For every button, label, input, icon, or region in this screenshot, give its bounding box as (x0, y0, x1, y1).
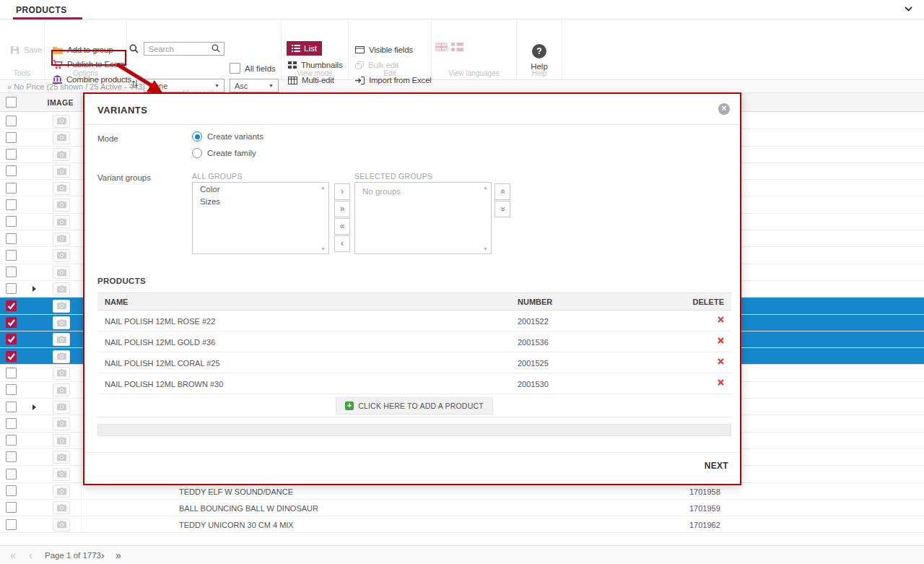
image-placeholder-icon[interactable] (53, 300, 70, 313)
radio-create-family[interactable]: Create family (192, 148, 256, 158)
prev-page-button[interactable]: ‹ (29, 550, 32, 561)
select-all-checkbox[interactable] (6, 97, 17, 108)
row-checkbox[interactable] (6, 384, 17, 395)
all-fields-checkbox[interactable] (230, 63, 240, 74)
table-row[interactable]: TEDDY UNICORN 30 CM 4 MIX1701962 (0, 516, 924, 533)
delete-product-icon[interactable] (718, 358, 724, 365)
row-checkbox[interactable] (6, 351, 17, 362)
visible-fields-icon (355, 46, 365, 53)
delete-product-icon[interactable] (718, 337, 724, 344)
delete-product-icon[interactable] (718, 316, 724, 323)
image-placeholder-icon[interactable] (53, 182, 70, 195)
image-placeholder-icon[interactable] (53, 519, 70, 532)
row-checkbox[interactable] (6, 368, 17, 378)
delete-product-icon[interactable] (718, 379, 724, 386)
row-checkbox[interactable] (6, 132, 17, 143)
image-placeholder-icon[interactable] (53, 115, 70, 128)
image-placeholder-icon[interactable] (53, 485, 70, 498)
radio-create-variants[interactable]: Create variants (192, 131, 263, 142)
image-placeholder-icon[interactable] (53, 367, 70, 380)
selected-groups-listbox[interactable]: No groups ▲ ▼ (354, 182, 492, 254)
image-placeholder-icon[interactable] (53, 316, 70, 329)
expand-arrow-icon[interactable] (32, 286, 36, 292)
move-right-button[interactable]: › (334, 183, 350, 200)
move-all-left-button[interactable]: « (334, 218, 350, 235)
row-checkbox[interactable] (6, 250, 17, 261)
row-checkbox[interactable] (6, 183, 17, 194)
image-placeholder-icon[interactable] (53, 434, 70, 447)
image-placeholder-icon[interactable] (53, 233, 70, 246)
row-checkbox[interactable] (6, 485, 17, 496)
listbox-item[interactable]: Sizes (193, 195, 328, 207)
danish-flag-icon[interactable] (451, 43, 463, 51)
image-placeholder-icon[interactable] (53, 215, 70, 228)
row-checkbox[interactable] (6, 266, 17, 277)
uk-flag-icon[interactable] (435, 43, 448, 51)
image-placeholder-icon[interactable] (53, 451, 70, 464)
row-checkbox[interactable] (6, 451, 17, 462)
image-placeholder-icon[interactable] (53, 383, 70, 396)
image-placeholder-icon[interactable] (53, 333, 70, 346)
product-name: TEDDY UNICORN 30 CM 4 MIX (179, 521, 294, 529)
scroll-down-icon[interactable]: ▼ (321, 246, 326, 251)
scroll-up-icon[interactable]: ▲ (321, 185, 326, 190)
image-placeholder-icon[interactable] (53, 199, 70, 212)
row-checkbox[interactable] (6, 418, 17, 429)
image-placeholder-icon[interactable] (53, 417, 70, 430)
first-page-button[interactable]: « (10, 550, 16, 561)
multi-edit-icon (288, 77, 297, 84)
image-placeholder-icon[interactable] (53, 468, 70, 481)
move-left-button[interactable]: ‹ (334, 235, 350, 252)
next-page-button[interactable]: › (101, 550, 105, 561)
image-placeholder-icon[interactable] (53, 165, 70, 178)
image-placeholder-icon[interactable] (53, 282, 70, 295)
image-placeholder-icon[interactable] (53, 501, 70, 514)
row-checkbox[interactable] (6, 334, 17, 344)
add-product-button[interactable]: + CLICK HERE TO ADD A PRODUCT (336, 397, 493, 415)
row-checkbox[interactable] (6, 519, 17, 530)
row-checkbox[interactable] (6, 233, 17, 244)
help-icon[interactable]: ? (532, 44, 546, 58)
table-row[interactable]: BALL BOUNCING BALL W DINOSAUR1701959 (0, 500, 924, 516)
collapse-ribbon-chevron-icon[interactable] (905, 6, 912, 12)
expand-arrow-icon[interactable] (32, 404, 36, 410)
view-mode-list-button[interactable]: List (287, 41, 322, 56)
image-placeholder-icon[interactable] (53, 131, 70, 144)
search-submit-icon[interactable] (212, 44, 220, 53)
row-checkbox[interactable] (6, 317, 17, 328)
listbox-item[interactable]: Color (193, 183, 328, 195)
image-placeholder-icon[interactable] (53, 266, 70, 279)
row-checkbox[interactable] (6, 165, 17, 176)
save-label: Save (24, 45, 42, 54)
image-placeholder-icon[interactable] (53, 249, 70, 262)
image-placeholder-icon[interactable] (53, 350, 70, 363)
row-checkbox[interactable] (6, 469, 17, 480)
row-checkbox[interactable] (6, 402, 17, 412)
row-checkbox[interactable] (6, 199, 17, 210)
close-icon[interactable]: × (718, 103, 730, 115)
sort-direction-select[interactable]: Asc▼ (230, 79, 279, 92)
next-button[interactable]: NEXT (705, 461, 728, 471)
image-placeholder-icon[interactable] (53, 401, 70, 414)
scroll-up-icon[interactable]: ▲ (483, 185, 488, 190)
row-checkbox[interactable] (6, 435, 17, 446)
scroll-down-icon[interactable]: ▼ (483, 246, 488, 251)
row-checkbox[interactable] (6, 116, 17, 126)
row-checkbox[interactable] (6, 216, 17, 227)
move-all-right-button[interactable]: » (334, 201, 350, 217)
table-row[interactable]: TEDDY ELF W SOUND/DANCE1701958 (0, 483, 924, 500)
row-checkbox[interactable] (6, 300, 17, 311)
tab-products[interactable]: PRODUCTS (16, 5, 67, 15)
modal-product-row: NAIL POLISH 12ML ROSE #222001522 (97, 311, 731, 331)
row-checkbox[interactable] (6, 502, 17, 513)
move-down-button[interactable]: » (494, 201, 510, 217)
row-checkbox[interactable] (6, 149, 17, 160)
image-placeholder-icon[interactable] (53, 148, 70, 161)
visible-fields-button[interactable]: Visible fields (355, 43, 413, 56)
all-groups-listbox[interactable]: ▲ ▼ ColorSizes (192, 182, 329, 254)
radio-create-variants-label: Create variants (207, 132, 263, 141)
move-up-button[interactable]: » (494, 183, 510, 200)
save-button[interactable]: Save (10, 43, 42, 56)
last-page-button[interactable]: » (116, 550, 121, 561)
row-checkbox[interactable] (6, 283, 17, 294)
